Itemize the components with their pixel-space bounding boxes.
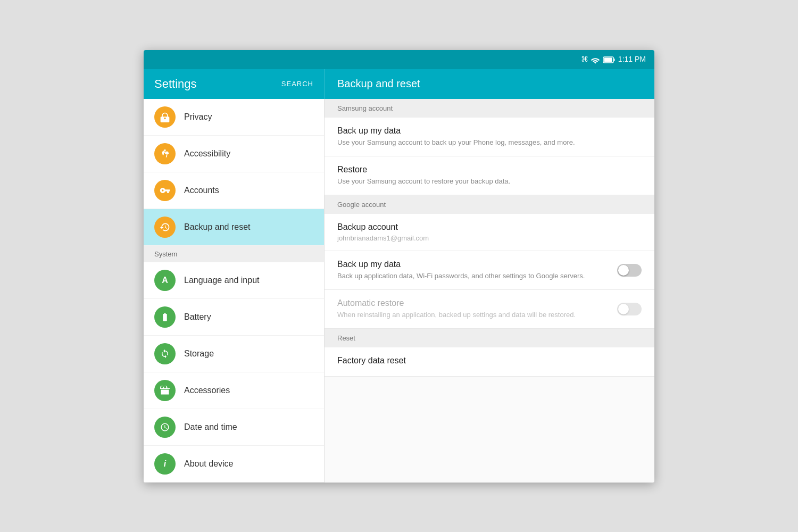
sidebar-item-privacy[interactable]: Privacy [144, 99, 324, 136]
accessibility-label: Accessibility [184, 149, 230, 159]
privacy-label: Privacy [184, 112, 212, 122]
backup-account-item[interactable]: Backup account johnbrianadams1@gmail.com [325, 214, 654, 251]
battery-icon [603, 55, 615, 63]
sidebar-item-battery[interactable]: Battery [144, 299, 324, 336]
device-frame: ⌘ 1:11 PM Settings SEARCH Backup and res… [144, 50, 654, 483]
sidebar-item-accessibility[interactable]: Accessibility [144, 136, 324, 172]
svg-rect-2 [613, 59, 614, 61]
back-up-my-data-google-item[interactable]: Back up my data Back up application data… [325, 251, 654, 290]
sidebar-item-backup-reset[interactable]: Backup and reset [144, 209, 324, 246]
sidebar-item-accessories[interactable]: Accessories [144, 372, 324, 409]
header-left: Settings SEARCH [144, 69, 325, 99]
back-up-my-data-toggle[interactable] [617, 264, 642, 277]
sidebar-item-about[interactable]: i About device [144, 446, 324, 483]
restore-samsung-item[interactable]: Restore Use your Samsung account to rest… [325, 156, 654, 195]
accessories-label: Accessories [184, 386, 230, 395]
main-content: Privacy Accessibility [144, 99, 654, 483]
backup-account-title: Backup account [337, 222, 642, 232]
status-bar: ⌘ 1:11 PM [144, 50, 654, 69]
automatic-restore-toggle-knob [618, 304, 629, 314]
sidebar: Privacy Accessibility [144, 99, 325, 483]
back-up-my-data-toggle-knob [618, 265, 629, 276]
content-area: Samsung account Back up my data Use your… [325, 99, 654, 483]
about-label: About device [184, 459, 234, 469]
automatic-restore-subtitle: When reinstalling an application, backed… [337, 310, 617, 320]
sidebar-item-accounts[interactable]: Accounts [144, 172, 324, 209]
status-icons: ⌘ 1:11 PM [581, 55, 646, 63]
section-title: Backup and reset [337, 78, 420, 90]
restore-samsung-title: Restore [337, 165, 642, 174]
backup-reset-label: Backup and reset [184, 222, 251, 232]
language-icon: A [154, 270, 176, 291]
system-section-header: System [144, 246, 324, 262]
backup-my-data-samsung-subtitle: Use your Samsung account to back up your… [337, 138, 642, 147]
samsung-account-header: Samsung account [325, 99, 654, 118]
automatic-restore-item[interactable]: Automatic restore When reinstalling an a… [325, 290, 654, 329]
privacy-icon [154, 106, 176, 128]
factory-data-reset-item[interactable]: Factory data reset [325, 347, 654, 377]
back-up-my-data-google-subtitle: Back up application data, Wi-Fi password… [337, 271, 617, 281]
automatic-restore-toggle[interactable] [617, 303, 642, 315]
about-icon: i [154, 453, 176, 475]
storage-icon [154, 343, 176, 364]
backup-my-data-samsung-item[interactable]: Back up my data Use your Samsung account… [325, 118, 654, 156]
status-time: 1:11 PM [618, 55, 646, 63]
automatic-restore-title: Automatic restore [337, 298, 617, 308]
search-button[interactable]: SEARCH [281, 80, 313, 88]
language-label: Language and input [184, 276, 259, 285]
factory-data-reset-title: Factory data reset [337, 356, 642, 365]
reset-section-header: Reset [325, 329, 654, 347]
battery-label: Battery [184, 312, 211, 322]
accounts-icon [154, 180, 176, 201]
sidebar-item-storage[interactable]: Storage [144, 336, 324, 372]
svg-rect-1 [604, 58, 612, 62]
sidebar-item-datetime[interactable]: Date and time [144, 409, 324, 446]
accessories-icon [154, 380, 176, 401]
backup-reset-icon [154, 217, 176, 238]
battery-sidebar-icon [154, 306, 176, 328]
datetime-icon [154, 417, 176, 438]
back-up-my-data-google-title: Back up my data [337, 260, 617, 269]
backup-my-data-samsung-title: Back up my data [337, 126, 642, 136]
wifi-icon: ⌘ [581, 55, 600, 63]
app-title: Settings [154, 77, 197, 91]
storage-label: Storage [184, 349, 214, 359]
accessibility-icon [154, 143, 176, 164]
sidebar-item-language[interactable]: A Language and input [144, 262, 324, 299]
google-account-header: Google account [325, 195, 654, 214]
restore-samsung-subtitle: Use your Samsung account to restore your… [337, 177, 642, 186]
accounts-label: Accounts [184, 186, 219, 195]
app-header: Settings SEARCH Backup and reset [144, 69, 654, 99]
datetime-label: Date and time [184, 422, 237, 432]
header-right: Backup and reset [325, 69, 654, 99]
backup-account-email: johnbrianadams1@gmail.com [337, 234, 642, 242]
